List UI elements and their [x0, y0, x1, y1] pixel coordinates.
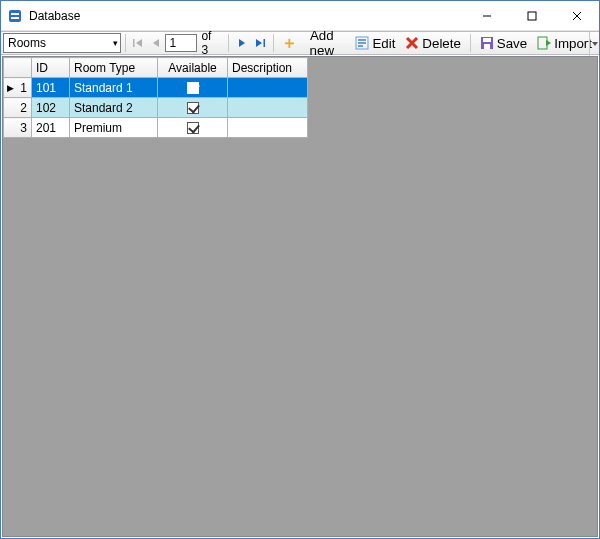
separator [470, 34, 471, 52]
cell-description[interactable] [228, 118, 308, 138]
svg-rect-12 [263, 39, 265, 47]
row-header[interactable]: 2 [4, 98, 32, 118]
save-button[interactable]: Save [475, 33, 532, 53]
svg-rect-23 [484, 44, 490, 49]
cell-description[interactable] [228, 78, 308, 98]
delete-icon [405, 36, 419, 50]
nav-prev-button[interactable] [147, 33, 165, 53]
cell-id[interactable]: 201 [32, 118, 70, 138]
svg-rect-24 [538, 37, 547, 49]
record-position-input[interactable] [165, 34, 197, 52]
row-number: 3 [20, 121, 27, 135]
delete-label: Delete [422, 36, 461, 51]
svg-marker-26 [592, 42, 598, 46]
import-icon [537, 36, 551, 50]
checkbox-icon [187, 122, 199, 134]
svg-marker-8 [136, 39, 142, 47]
svg-rect-18 [358, 45, 363, 47]
current-row-indicator-icon: ▶ [7, 83, 14, 93]
row-number: 1 [20, 81, 27, 95]
record-count-label: of 3 [201, 29, 219, 57]
cell-available[interactable] [158, 98, 228, 118]
toolbar-overflow-button[interactable] [589, 32, 599, 56]
grid-body: ▶ 1 101 Standard 1 2 102 Standard 2 [4, 78, 308, 138]
svg-rect-0 [9, 10, 21, 22]
close-button[interactable] [554, 1, 599, 31]
plus-icon [283, 36, 296, 50]
svg-rect-1 [11, 13, 19, 15]
titlebar: Database [1, 1, 599, 31]
import-button[interactable]: Import [532, 33, 597, 53]
svg-rect-4 [528, 12, 536, 20]
table-select-value: Rooms [8, 36, 113, 50]
table-select-combo[interactable]: Rooms ▾ [3, 33, 121, 53]
table-row[interactable]: 2 102 Standard 2 [4, 98, 308, 118]
separator [125, 34, 126, 52]
cell-room-type[interactable]: Standard 2 [70, 98, 158, 118]
nav-last-icon [255, 36, 265, 51]
content-area: ID Room Type Available Description ▶ 1 1… [2, 56, 598, 537]
svg-rect-16 [358, 39, 366, 41]
separator [273, 34, 274, 52]
data-grid[interactable]: ID Room Type Available Description ▶ 1 1… [3, 57, 308, 138]
checkbox-icon [187, 102, 199, 114]
edit-label: Edit [372, 36, 395, 51]
maximize-button[interactable] [509, 1, 554, 31]
cell-room-type[interactable]: Standard 1 [70, 78, 158, 98]
nav-next-button[interactable] [233, 33, 251, 53]
column-header-description[interactable]: Description [228, 58, 308, 78]
delete-button[interactable]: Delete [400, 33, 466, 53]
nav-first-button[interactable] [129, 33, 147, 53]
separator [228, 34, 229, 52]
svg-rect-22 [483, 38, 491, 42]
save-icon [480, 36, 494, 50]
nav-last-button[interactable] [251, 33, 269, 53]
cell-available[interactable] [158, 78, 228, 98]
svg-marker-10 [239, 39, 245, 47]
svg-rect-14 [284, 42, 293, 44]
add-new-button[interactable]: Add new [278, 33, 351, 53]
row-number: 2 [20, 101, 27, 115]
row-header[interactable]: 3 [4, 118, 32, 138]
svg-rect-2 [11, 17, 19, 19]
svg-rect-7 [133, 39, 135, 47]
cell-id[interactable]: 102 [32, 98, 70, 118]
minimize-button[interactable] [464, 1, 509, 31]
column-header-available[interactable]: Available [158, 58, 228, 78]
column-header-room-type[interactable]: Room Type [70, 58, 158, 78]
nav-first-icon [133, 36, 143, 51]
svg-rect-17 [358, 42, 366, 44]
cell-id[interactable]: 101 [32, 78, 70, 98]
svg-marker-9 [153, 39, 159, 47]
row-header[interactable]: ▶ 1 [4, 78, 32, 98]
cell-room-type[interactable]: Premium [70, 118, 158, 138]
table-row[interactable]: 3 201 Premium [4, 118, 308, 138]
window-title: Database [29, 9, 80, 23]
toolbar: Rooms ▾ of 3 Add new Edit D [1, 31, 599, 55]
app-icon [7, 8, 23, 24]
table-row[interactable]: ▶ 1 101 Standard 1 [4, 78, 308, 98]
edit-button[interactable]: Edit [350, 33, 400, 53]
grid-corner[interactable] [4, 58, 32, 78]
svg-marker-25 [546, 40, 551, 46]
save-label: Save [497, 36, 527, 51]
nav-prev-icon [152, 36, 160, 51]
edit-icon [355, 36, 369, 50]
cell-available[interactable] [158, 118, 228, 138]
svg-marker-11 [256, 39, 262, 47]
cell-description[interactable] [228, 98, 308, 118]
add-new-label: Add new [298, 28, 345, 58]
database-window: Database Rooms ▾ of 3 [0, 0, 600, 539]
nav-next-icon [238, 36, 246, 51]
dropdown-icon: ▾ [113, 38, 118, 48]
column-header-id[interactable]: ID [32, 58, 70, 78]
checkbox-icon [187, 82, 199, 94]
import-label: Import [554, 36, 592, 51]
